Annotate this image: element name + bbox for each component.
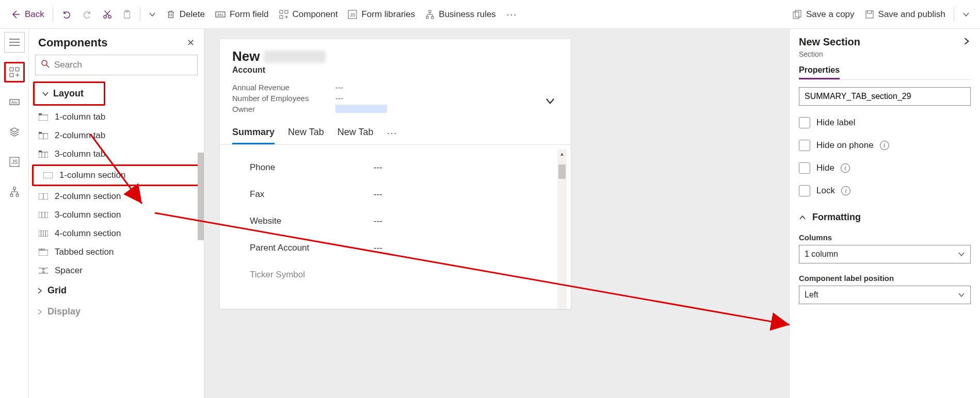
section-3col-icon: [38, 211, 49, 219]
section-4col-icon: [38, 229, 49, 238]
form-tabs: Summary New Tab New Tab ⋯: [220, 114, 571, 145]
hf-label-1: Number of Employees: [232, 94, 325, 103]
tree-rail-button[interactable]: [4, 181, 25, 202]
svg-rect-19: [10, 73, 13, 77]
chevron-right-icon[interactable]: [962, 37, 971, 47]
form-libraries-label: Form libraries: [361, 9, 415, 20]
chevron-right-icon: [36, 308, 43, 316]
svg-rect-14: [793, 12, 799, 19]
js-rail-button[interactable]: JS: [4, 152, 25, 172]
svg-rect-37: [43, 172, 53, 178]
redacted-title: [264, 51, 326, 63]
components-panel: Components ✕ Layout 1-column tab 2-colum…: [29, 29, 204, 398]
svg-text:JS: JS: [350, 12, 356, 18]
header-expand-chevron[interactable]: [545, 96, 555, 108]
components-rail-button[interactable]: [4, 62, 25, 82]
tab-3col-icon: [38, 150, 49, 158]
columns-select[interactable]: 1 column: [799, 245, 971, 263]
form-canvas: New Account Annual Revenue--- Number of …: [204, 29, 789, 398]
arrow-left-icon: [10, 9, 21, 20]
delete-button[interactable]: Delete: [161, 6, 210, 23]
layers-rail-button[interactable]: [4, 122, 25, 142]
search-input[interactable]: [54, 60, 192, 70]
layout-item-3col-tab[interactable]: 3-column tab: [29, 145, 204, 163]
save-publish-button[interactable]: Save and publish: [860, 6, 951, 23]
info-icon[interactable]: i: [841, 186, 850, 195]
redo-button[interactable]: [77, 6, 98, 23]
layout-item-1col-tab[interactable]: 1-column tab: [29, 108, 204, 126]
section-body[interactable]: Phone--- Fax--- Website--- Parent Accoun…: [224, 149, 567, 309]
display-category-header[interactable]: Display: [29, 301, 204, 322]
paste-button[interactable]: [117, 7, 137, 22]
tab-1col-icon: [38, 113, 49, 121]
hide-label-checkbox[interactable]: Hide label: [799, 117, 971, 128]
display-header-label: Display: [47, 306, 81, 317]
layout-item-spacer[interactable]: Spacer: [29, 261, 204, 280]
scrollbar-thumb[interactable]: [198, 153, 204, 240]
info-icon[interactable]: i: [880, 141, 889, 150]
section-1col-icon: [43, 171, 53, 179]
form-libraries-button[interactable]: JS Form libraries: [343, 6, 420, 23]
field-row: Phone---: [224, 154, 567, 181]
scroll-up-icon[interactable]: ▲: [557, 149, 567, 158]
lock-checkbox[interactable]: Locki: [799, 185, 971, 196]
tree-icon: [425, 10, 435, 19]
layout-header-label: Layout: [53, 88, 84, 99]
svg-rect-18: [15, 68, 19, 71]
chevron-down-button-2[interactable]: [957, 8, 975, 21]
more-button[interactable]: ⋯: [501, 5, 522, 24]
tab-summary[interactable]: Summary: [232, 127, 275, 144]
svg-rect-48: [39, 248, 41, 250]
properties-panel: New Section Section Properties Hide labe…: [789, 29, 980, 398]
business-rules-button[interactable]: Business rules: [420, 6, 501, 23]
grid-header-label: Grid: [47, 285, 67, 296]
layout-category-header[interactable]: Layout: [33, 81, 105, 106]
svg-point-27: [42, 60, 47, 65]
layout-item-2col-section[interactable]: 2-column section: [29, 187, 204, 206]
label-pos-select[interactable]: Left: [799, 286, 971, 304]
chevron-down-button[interactable]: [143, 8, 161, 21]
chevron-right-icon: [36, 287, 43, 294]
tabbed-section-icon: [38, 248, 49, 256]
entity-name: Account: [232, 65, 558, 75]
layout-item-tabbed-section[interactable]: Tabbed section: [29, 243, 204, 261]
save-publish-label: Save and publish: [878, 9, 945, 20]
hide-phone-checkbox[interactable]: Hide on phonei: [799, 140, 971, 151]
tab-new-1[interactable]: New Tab: [288, 127, 324, 144]
layout-item-4col-section[interactable]: 4-column section: [29, 224, 204, 243]
form-field-button[interactable]: Abc Form field: [210, 6, 274, 23]
formatting-header[interactable]: Formatting: [799, 212, 971, 223]
separator: [954, 7, 954, 22]
hide-checkbox[interactable]: Hidei: [799, 162, 971, 174]
form-header: New Account Annual Revenue--- Number of …: [220, 39, 571, 114]
chevron-up-icon: [799, 214, 806, 221]
component-button[interactable]: Component: [274, 6, 343, 23]
info-icon[interactable]: i: [841, 163, 850, 173]
svg-text:Abc: Abc: [217, 13, 224, 16]
search-input-wrap[interactable]: [35, 55, 198, 75]
layout-item-2col-tab[interactable]: 2-column tab: [29, 126, 204, 145]
undo-button[interactable]: [56, 6, 77, 23]
close-icon[interactable]: ✕: [187, 37, 195, 48]
section-name-input[interactable]: [799, 87, 971, 106]
layout-item-1col-section[interactable]: 1-column section: [32, 164, 201, 186]
properties-tab[interactable]: Properties: [799, 65, 840, 79]
cut-button[interactable]: [98, 7, 117, 22]
save-copy-button[interactable]: Save a copy: [788, 6, 860, 23]
hamburger-button[interactable]: [4, 32, 25, 53]
layout-item-3col-section[interactable]: 3-column section: [29, 206, 204, 224]
tab-new-2[interactable]: New Tab: [338, 127, 374, 144]
grid-category-header[interactable]: Grid: [29, 280, 204, 301]
separator: [140, 7, 140, 22]
tabs-more-icon[interactable]: ⋯: [387, 127, 397, 144]
form-field-rail-button[interactable]: Abc: [4, 92, 25, 112]
left-rail: Abc JS: [0, 29, 29, 398]
section-scrollbar[interactable]: ▲: [557, 149, 567, 309]
svg-rect-40: [39, 212, 48, 218]
scroll-thumb[interactable]: [558, 164, 566, 179]
tab-2col-icon: [38, 131, 49, 140]
svg-rect-16: [866, 11, 873, 18]
top-toolbar: Back Delete Abc Form field Component JS …: [0, 0, 980, 29]
back-button[interactable]: Back: [5, 6, 50, 23]
business-rules-label: Business rules: [439, 9, 496, 20]
